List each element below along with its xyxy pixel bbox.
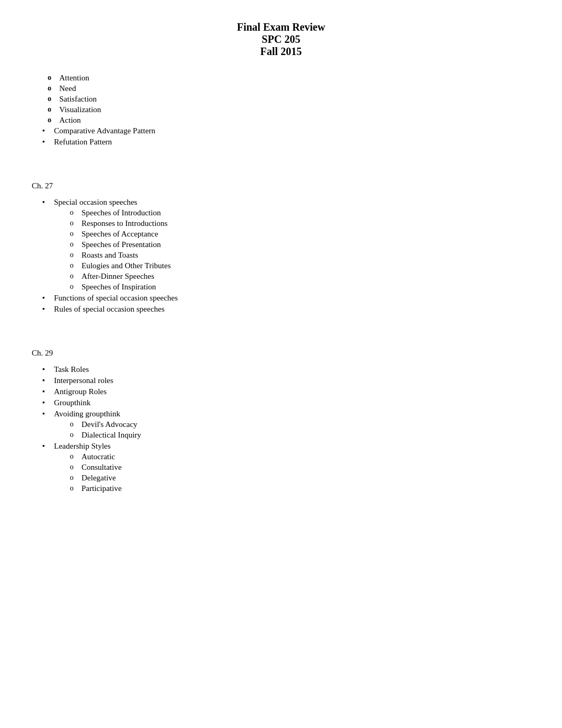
list-item: Autocratic xyxy=(70,452,530,461)
list-item: Participative xyxy=(70,484,530,493)
ch29-label: Ch. 29 xyxy=(32,349,530,358)
list-item: Eulogies and Other Tributes xyxy=(70,261,530,270)
list-item: Leadership StylesAutocraticConsultativeD… xyxy=(42,442,530,493)
list-item: Speeches of Inspiration xyxy=(70,283,530,292)
list-item: Need xyxy=(48,84,530,93)
list-item: Attention xyxy=(48,74,530,83)
ch29-list: Task RolesInterpersonal rolesAntigroup R… xyxy=(32,365,530,493)
page-title-line2: SPC 205 xyxy=(32,33,530,46)
page-title-line3: Fall 2015 xyxy=(32,46,530,58)
list-item: Refutation Pattern xyxy=(42,138,530,147)
sub-list: AutocraticConsultativeDelegativeParticip… xyxy=(54,452,530,493)
list-item: Consultative xyxy=(70,463,530,472)
list-item: Antigroup Roles xyxy=(42,387,530,396)
list-item: Responses to Introductions xyxy=(70,219,530,228)
list-item: Rules of special occasion speeches xyxy=(42,305,530,314)
list-item: Satisfaction xyxy=(48,95,530,104)
page-header: Final Exam Review SPC 205 Fall 2015 xyxy=(32,21,530,58)
ch27-list: Special occasion speechesSpeeches of Int… xyxy=(32,198,530,314)
list-item: Devil's Advocacy xyxy=(70,420,530,429)
sub-list: Speeches of IntroductionResponses to Int… xyxy=(54,208,530,292)
page-title-line1: Final Exam Review xyxy=(32,21,530,33)
list-item: Speeches of Introduction xyxy=(70,208,530,217)
list-item: Speeches of Presentation xyxy=(70,240,530,249)
list-item: Dialectical Inquiry xyxy=(70,431,530,440)
list-item: Speeches of Acceptance xyxy=(70,230,530,239)
top-square-list: Comparative Advantage PatternRefutation … xyxy=(32,126,530,147)
list-item: Roasts and Toasts xyxy=(70,251,530,260)
list-item: Delegative xyxy=(70,474,530,483)
list-item: Groupthink xyxy=(42,398,530,407)
list-item: Comparative Advantage Pattern xyxy=(42,126,530,135)
ch27-label: Ch. 27 xyxy=(32,181,530,190)
list-item: Action xyxy=(48,116,530,125)
list-item: Interpersonal roles xyxy=(42,376,530,385)
list-item: After-Dinner Speeches xyxy=(70,272,530,281)
list-item: Special occasion speechesSpeeches of Int… xyxy=(42,198,530,292)
top-bold-o-list: AttentionNeedSatisfactionVisualizationAc… xyxy=(32,74,530,125)
list-item: Visualization xyxy=(48,105,530,114)
sub-list: Devil's AdvocacyDialectical Inquiry xyxy=(54,420,530,440)
list-item: Task Roles xyxy=(42,365,530,374)
list-item: Avoiding groupthinkDevil's AdvocacyDiale… xyxy=(42,410,530,440)
list-item: Functions of special occasion speeches xyxy=(42,294,530,303)
